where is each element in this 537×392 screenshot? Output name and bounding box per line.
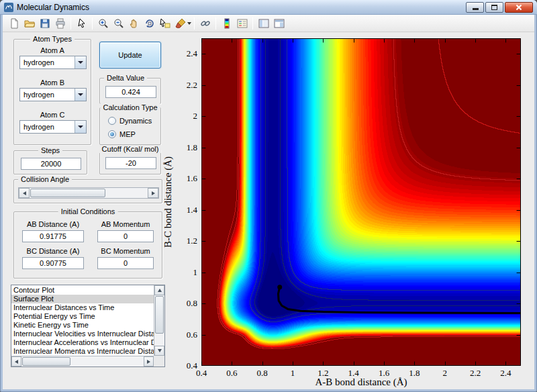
plot-list-item[interactable]: Surface Plot [11,295,154,303]
scroll-right-button[interactable] [144,356,154,366]
radio-icon [108,130,116,138]
y-tick-label: 2.4 [187,48,197,59]
new-document-icon [9,18,19,29]
link-plot-button[interactable] [197,16,213,31]
minimize-button[interactable] [466,2,484,13]
initial-conditions-panel: Initial Conditions AB Distance (A) AB Mo… [13,211,162,279]
y-tick-labels: 0.40.60.811.21.41.61.822.22.4 [169,38,199,366]
atom-a-dropdown[interactable]: hydrogen [19,56,87,69]
brush-data-button[interactable] [173,16,188,31]
collision-angle-slider[interactable] [18,187,159,199]
plot-tools-panel-icon [258,18,269,29]
chain-link-icon [200,18,211,29]
calculation-radio[interactable]: Dynamics [108,116,152,126]
figure-content: Atom Types Atom A hydrogen Atom B hydrog… [3,32,534,389]
slider-thumb[interactable] [30,189,105,197]
y-tick-label: 1.2 [187,236,197,246]
scroll-down-button[interactable] [154,346,164,356]
bc-momentum-field[interactable]: 0 [97,257,154,269]
listbox-vertical-scrollbar[interactable] [154,285,164,356]
pointer-arrow-icon [77,18,87,29]
chevron-down-icon [78,93,83,96]
plot-list-item[interactable]: Internuclear Distances vs Time [11,303,154,312]
plot-list-item[interactable]: Kinetic Energy vs Time [11,321,154,330]
atom-c-value: hydrogen [23,123,54,131]
zoom-in-icon [98,18,109,29]
cutoff-field[interactable]: -20 [105,157,156,169]
plot-list-item[interactable]: Internuclear Momenta vs Internuclear Dis… [11,347,154,356]
window-title: Molecular Dynamics [17,3,89,12]
ab-distance-field[interactable]: 0.91775 [22,230,84,242]
rotate-3d-button[interactable] [142,16,157,31]
dropdown-button[interactable] [75,121,86,133]
arrow-down-icon [158,349,162,352]
x-tick-label: 0.4 [196,368,207,379]
radio-label: Dynamics [119,117,152,125]
delta-value-field[interactable]: 0.424 [105,86,156,98]
radio-icon [108,117,116,125]
horizontal-scroll-thumb[interactable] [22,357,70,366]
plot-list-item[interactable]: Internuclear Accelerations vs Internucle… [11,338,154,347]
slider-left-arrow[interactable] [19,188,30,198]
hide-plot-tools-button[interactable] [256,16,271,31]
delta-value-panel: Delta Value 0.424 [99,78,161,104]
dropdown-button[interactable] [75,89,86,101]
insert-colorbar-button[interactable] [219,16,234,31]
zoom-out-button[interactable] [111,16,126,31]
plot-list-item[interactable]: Contour Plot [11,286,154,295]
plot-list-item[interactable]: Internuclear Velocities vs Internuclear … [11,330,154,338]
y-axis-label: B-C bond distance (Å) [162,156,174,248]
show-plot-tools-dock-button[interactable] [271,16,287,31]
brush-icon [175,18,186,29]
arrow-left-icon [23,191,26,195]
save-disk-icon [40,18,50,29]
scroll-left-button[interactable] [11,356,21,366]
bc-distance-field[interactable]: 0.90775 [22,257,84,269]
scroll-up-button[interactable] [154,285,164,295]
print-figure-button[interactable] [52,16,68,31]
ab-momentum-field[interactable]: 0 [97,230,154,242]
pan-button[interactable] [126,16,142,31]
insert-legend-button[interactable] [234,16,250,31]
atom-a-label: Atom A [14,46,91,54]
calculation-radio[interactable]: MEP [108,130,136,139]
plot-type-listbox[interactable]: Contour Plot Surface Plot Internuclear D… [11,285,165,367]
arrow-right-icon [152,191,155,195]
slider-right-arrow[interactable] [148,188,158,198]
atom-b-dropdown[interactable]: hydrogen [19,88,87,101]
data-cursor-button[interactable] [157,16,173,31]
atom-c-label: Atom C [14,111,91,119]
save-figure-button[interactable] [37,16,52,31]
new-figure-button[interactable] [6,16,21,31]
y-tick-label: 1 [193,266,198,277]
edit-plot-button[interactable] [74,16,89,31]
vertical-scroll-thumb[interactable] [155,296,164,334]
y-tick-label: 1.4 [187,204,197,215]
brush-dropdown-arrow-icon[interactable] [187,22,191,25]
maximize-button[interactable] [485,2,503,13]
calculation-type-panel: Calculation Type Dynamics MEP [99,107,161,145]
title-bar[interactable]: Molecular Dynamics [0,0,537,15]
close-button[interactable] [505,2,533,13]
minimize-icon [473,8,479,10]
update-button[interactable]: Update [99,42,161,68]
atom-c-dropdown[interactable]: hydrogen [19,120,87,134]
toolbar-separator [92,17,93,30]
contour-canvas[interactable] [201,38,521,366]
close-icon [516,4,522,11]
scrollbar-corner [154,356,164,366]
ab-momentum-label: AB Momentum [92,220,159,228]
open-file-button[interactable] [21,16,37,31]
zoom-in-button[interactable] [95,16,111,31]
potential-surface-plot[interactable] [201,38,521,366]
toolbar-separator [70,17,71,30]
dropdown-button[interactable] [75,56,86,68]
listbox-horizontal-scrollbar[interactable] [11,356,154,366]
steps-field[interactable]: 20000 [21,158,81,170]
plot-list-item[interactable]: Potential Energy vs Time [11,312,154,321]
atom-b-label: Atom B [14,79,91,87]
bc-distance-label: BC Distance (A) [19,247,87,255]
x-axis-label: A-B bond distance (Å) [315,377,407,388]
arrow-right-icon [147,360,150,364]
chevron-down-icon [78,126,83,128]
